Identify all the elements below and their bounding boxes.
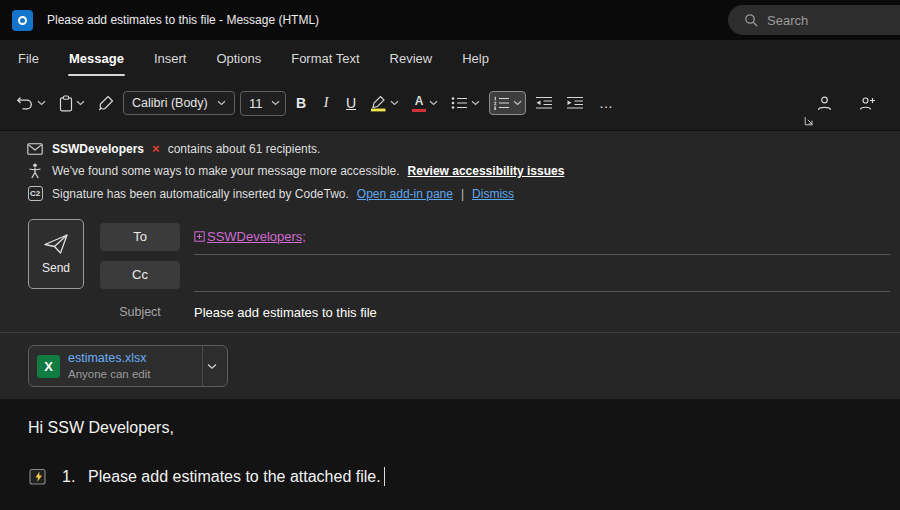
accessibility-icon: [26, 163, 44, 179]
attachment-area: X estimates.xlsx Anyone can edit: [0, 333, 900, 399]
tab-file[interactable]: File: [18, 40, 39, 76]
increase-indent-button[interactable]: [562, 91, 588, 115]
chevron-down-icon: [217, 100, 226, 106]
ribbon-right-group: [812, 90, 888, 117]
cc-field[interactable]: [194, 257, 890, 293]
to-button[interactable]: To: [100, 223, 180, 251]
more-commands-button[interactable]: …: [593, 95, 619, 111]
remove-mailtip-icon[interactable]: ×: [152, 141, 160, 156]
tab-review[interactable]: Review: [390, 40, 433, 76]
check-names-button[interactable]: [855, 90, 880, 117]
tab-insert[interactable]: Insert: [154, 40, 187, 76]
font-name-combobox[interactable]: Calibri (Body): [123, 91, 235, 115]
subject-field[interactable]: Please add estimates to this file: [194, 305, 890, 320]
list-item-text: Please add estimates to the attached fil…: [88, 468, 381, 486]
cc-button[interactable]: Cc: [100, 261, 180, 289]
chevron-down-icon: [207, 363, 217, 370]
decrease-indent-icon: [535, 96, 553, 110]
format-painter-button[interactable]: [94, 90, 118, 116]
attachment-options-button[interactable]: [202, 346, 221, 386]
message-body-editor[interactable]: Hi SSW Developers, 1. Please add estimat…: [0, 399, 900, 510]
chevron-down-icon: [513, 100, 522, 106]
to-recipient-chip[interactable]: SSWDevelopers;: [194, 229, 306, 244]
text-cursor: [384, 467, 386, 486]
attachment-card[interactable]: X estimates.xlsx Anyone can edit: [28, 345, 228, 387]
dismiss-link[interactable]: Dismiss: [472, 187, 514, 201]
mailtips-area: SSWDevelopers × contains about 61 recipi…: [0, 130, 900, 209]
greeting-text: Hi SSW Developers,: [28, 419, 872, 437]
review-accessibility-link[interactable]: Review accessibility issues: [408, 164, 565, 178]
font-size-value: 11: [249, 96, 263, 111]
send-icon: [43, 233, 69, 255]
bold-button[interactable]: B: [291, 95, 311, 111]
expand-group-icon[interactable]: [194, 231, 205, 242]
person-icon: [816, 95, 833, 112]
subject-label: Subject: [100, 305, 180, 319]
chevron-down-icon: [429, 100, 438, 106]
italic-button[interactable]: I: [316, 95, 336, 111]
open-addin-pane-link[interactable]: Open add-in pane: [357, 187, 453, 201]
window-title: Please add estimates to this file - Mess…: [47, 13, 319, 27]
paste-button[interactable]: [55, 90, 89, 117]
increase-indent-icon: [566, 96, 584, 110]
paste-icon: [59, 95, 73, 112]
tab-options[interactable]: Options: [216, 40, 261, 76]
recipients-mailtip: SSWDevelopers × contains about 61 recipi…: [0, 139, 900, 158]
chevron-down-icon: [271, 100, 280, 106]
text-highlight-button[interactable]: [366, 90, 403, 117]
chevron-down-icon: [37, 100, 46, 106]
font-color-icon: A: [412, 95, 426, 112]
attachment-permission: Anyone can edit: [68, 367, 192, 382]
send-button[interactable]: Send: [28, 219, 84, 289]
search-icon: [744, 13, 758, 27]
address-fields: To SSWDevelopers; Cc Subject Please add …: [100, 219, 890, 332]
smart-actions-icon[interactable]: [28, 468, 48, 486]
to-field[interactable]: SSWDevelopers;: [194, 219, 890, 255]
decrease-indent-button[interactable]: [531, 91, 557, 115]
address-book-button[interactable]: [812, 90, 837, 117]
chevron-down-icon: [390, 100, 399, 106]
outlook-icon: [12, 10, 33, 31]
tab-message[interactable]: Message: [69, 40, 124, 76]
tab-format-text[interactable]: Format Text: [291, 40, 359, 76]
compose-header: Send To SSWDevelopers; Cc Subject Please…: [0, 209, 900, 333]
bullet-list-icon: [451, 96, 468, 110]
format-painter-icon: [98, 95, 114, 111]
attachment-info: estimates.xlsx Anyone can edit: [68, 350, 192, 381]
numbered-list-item: 1. Please add estimates to the attached …: [28, 467, 872, 486]
dialog-launcher-button[interactable]: [804, 116, 814, 126]
accessibility-mailtip: We've found some ways to make your messa…: [0, 161, 900, 181]
font-size-combobox[interactable]: 11: [240, 91, 286, 116]
envelope-icon: [26, 143, 44, 155]
signature-notice-text: Signature has been automatically inserte…: [52, 187, 349, 201]
outlook-message-window: Please add estimates to this file - Mess…: [0, 0, 900, 510]
undo-button[interactable]: [12, 91, 50, 116]
recipients-mailtip-text: contains about 61 recipients.: [168, 142, 321, 156]
tab-help[interactable]: Help: [462, 40, 489, 76]
bullet-list-button[interactable]: [447, 91, 484, 115]
subject-row: Subject Please add estimates to this fil…: [100, 294, 890, 330]
send-label: Send: [42, 261, 70, 275]
chevron-down-icon: [471, 100, 480, 106]
accessibility-text: We've found some ways to make your messa…: [52, 164, 400, 178]
recipient-group-name: SSWDevelopers: [52, 142, 144, 156]
highlight-icon: [370, 95, 387, 112]
font-color-button[interactable]: A: [408, 90, 442, 117]
titlebar: Please add estimates to this file - Mess…: [0, 0, 900, 40]
search-placeholder: Search: [767, 13, 808, 28]
codetwo-icon: C2: [26, 186, 44, 201]
numbered-list-button[interactable]: [489, 91, 526, 115]
signature-notice: C2 Signature has been automatically inse…: [0, 184, 900, 203]
to-recipient-name: SSWDevelopers;: [207, 229, 306, 244]
undo-icon: [16, 96, 34, 111]
dialog-launcher-icon: [804, 116, 814, 126]
underline-button[interactable]: U: [341, 95, 361, 111]
attachment-filename: estimates.xlsx: [68, 350, 192, 366]
person-add-icon: [859, 95, 876, 112]
search-box[interactable]: Search: [728, 5, 900, 35]
list-item-number: 1.: [62, 468, 88, 486]
chevron-down-icon: [76, 100, 85, 106]
cc-row: Cc: [100, 257, 890, 293]
ribbon-toolbar: Calibri (Body) 11 B I U A: [0, 76, 900, 130]
link-separator: |: [461, 187, 464, 201]
